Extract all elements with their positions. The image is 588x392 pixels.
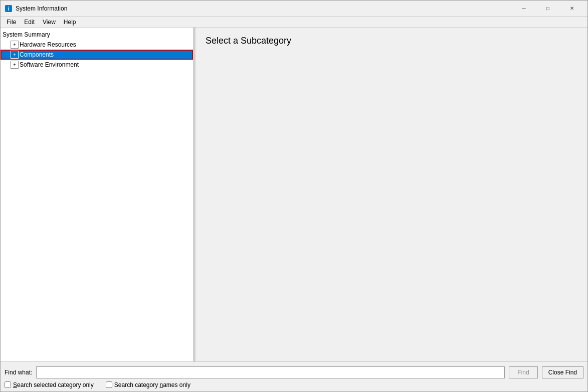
main-content: System Summary + Hardware Resources + Co…: [1, 28, 587, 361]
tree-item-label-components: Components: [20, 51, 191, 58]
title-bar-left: i System Information: [5, 5, 67, 13]
main-window: i System Information ─ □ ✕ File Edit Vie…: [0, 0, 588, 392]
menu-view[interactable]: View: [39, 18, 60, 27]
find-label: Find what:: [5, 369, 32, 376]
menu-file[interactable]: File: [3, 18, 20, 27]
tree-panel: System Summary + Hardware Resources + Co…: [1, 28, 193, 361]
app-icon: i: [5, 5, 13, 13]
title-bar: i System Information ─ □ ✕: [1, 1, 587, 17]
tree-item-label-system-summary: System Summary: [3, 31, 191, 38]
search-selected-label[interactable]: Search selected category only: [5, 381, 94, 388]
menu-edit[interactable]: Edit: [20, 18, 39, 27]
maximize-button[interactable]: □: [536, 1, 559, 17]
find-input[interactable]: [36, 366, 505, 378]
tree-item-software-environment[interactable]: + Software Environment: [1, 60, 193, 70]
content-title: Select a Subcategory: [206, 36, 577, 46]
content-panel: Select a Subcategory: [195, 28, 587, 361]
menu-bar: File Edit View Help: [1, 17, 587, 28]
minimize-button[interactable]: ─: [512, 1, 535, 17]
search-row: Find what: Find Close Find: [1, 364, 587, 380]
search-names-text: Search category names only: [114, 381, 190, 388]
svg-text:i: i: [8, 6, 10, 12]
menu-help[interactable]: Help: [60, 18, 80, 27]
search-names-label[interactable]: Search category names only: [106, 381, 190, 388]
tree-item-system-summary[interactable]: System Summary: [1, 30, 193, 40]
tree-item-hardware-resources[interactable]: + Hardware Resources: [1, 40, 193, 50]
search-selected-text: Search selected category only: [13, 381, 94, 388]
hardware-resources-expander[interactable]: +: [11, 41, 19, 49]
title-controls: ─ □ ✕: [512, 1, 583, 17]
components-expander[interactable]: +: [11, 51, 19, 59]
tree-item-components[interactable]: + Components: [1, 50, 193, 60]
find-button[interactable]: Find: [509, 366, 537, 378]
tree-item-label-software-environment: Software Environment: [20, 61, 191, 68]
checkbox-row: Search selected category only Search cat…: [1, 380, 587, 389]
bottom-bar: Find what: Find Close Find Search select…: [1, 361, 587, 391]
close-find-button[interactable]: Close Find: [542, 366, 583, 378]
window-title: System Information: [16, 5, 67, 12]
tree-item-label-hardware-resources: Hardware Resources: [20, 41, 191, 48]
software-environment-expander[interactable]: +: [11, 61, 19, 69]
search-selected-checkbox[interactable]: [5, 381, 11, 388]
close-button[interactable]: ✕: [560, 1, 583, 17]
search-names-checkbox[interactable]: [106, 381, 112, 388]
